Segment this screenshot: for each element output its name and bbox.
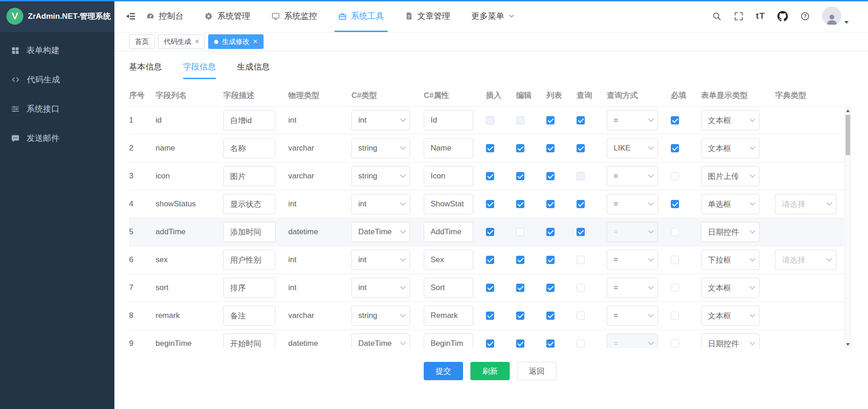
list-checkbox[interactable]	[546, 144, 555, 152]
query-checkbox[interactable]	[577, 116, 585, 124]
back-button[interactable]: 返回	[517, 362, 556, 380]
edit-checkbox[interactable]	[516, 256, 524, 264]
required-checkbox[interactable]	[671, 200, 679, 208]
insert-checkbox[interactable]	[486, 228, 494, 236]
csharp_type-select[interactable]: int	[351, 278, 410, 298]
nav-item-articles[interactable]: 文章管理	[405, 0, 450, 32]
insert-checkbox[interactable]	[486, 144, 494, 152]
font-size-icon[interactable]: tT	[756, 11, 765, 21]
csharp_prop-input[interactable]	[424, 166, 473, 186]
edit-checkbox[interactable]	[516, 284, 524, 292]
refresh-button[interactable]: 刷新	[470, 362, 510, 380]
list-checkbox[interactable]	[546, 256, 555, 264]
nav-item-system-monitor[interactable]: 系统监控	[271, 0, 317, 32]
edit-checkbox[interactable]	[516, 339, 524, 348]
description-input[interactable]	[223, 278, 275, 298]
insert-checkbox[interactable]	[486, 256, 494, 264]
required-checkbox[interactable]	[671, 228, 679, 236]
csharp_prop-input[interactable]	[424, 306, 473, 326]
query_method-select[interactable]: =	[607, 194, 658, 214]
edit-checkbox[interactable]	[516, 228, 524, 236]
description-input[interactable]	[223, 250, 275, 270]
required-checkbox[interactable]	[671, 339, 679, 348]
tab-field-info[interactable]: 字段信息	[183, 61, 216, 79]
display_type-select[interactable]: 日期控件	[701, 334, 760, 348]
display_type-select[interactable]: 日期控件	[701, 222, 760, 242]
description-input[interactable]	[223, 110, 275, 130]
insert-checkbox[interactable]	[486, 284, 494, 292]
query_method-select[interactable]: =	[607, 278, 658, 298]
nav-item-system-admin[interactable]: 系统管理	[205, 0, 250, 32]
csharp_type-select[interactable]: int	[351, 110, 410, 130]
dict_type-select[interactable]: 请选择	[775, 250, 836, 270]
description-input[interactable]	[223, 194, 275, 214]
nav-item-more-menu[interactable]: 更多菜单	[471, 0, 515, 32]
query-checkbox[interactable]	[577, 200, 585, 208]
edit-checkbox[interactable]	[516, 144, 524, 152]
description-input[interactable]	[223, 334, 275, 348]
csharp_prop-input[interactable]	[424, 278, 473, 298]
display_type-select[interactable]: 单选框	[701, 194, 760, 214]
close-icon[interactable]: ×	[195, 38, 199, 45]
csharp_type-select[interactable]: DateTime	[351, 222, 410, 242]
csharp_type-select[interactable]: string	[351, 166, 410, 186]
tag-code-gen[interactable]: 代码生成 ×	[158, 34, 205, 49]
sidebar-item-system-api[interactable]: 系统接口	[0, 94, 114, 124]
sidebar-collapse-button[interactable]	[125, 11, 136, 22]
query_method-select[interactable]: =	[607, 166, 658, 186]
search-icon[interactable]	[712, 11, 722, 21]
sidebar-item-code-gen[interactable]: 代码生成	[0, 65, 114, 94]
tag-gen-edit[interactable]: 生成修改 ×	[208, 34, 263, 49]
list-checkbox[interactable]	[546, 339, 555, 348]
required-checkbox[interactable]	[671, 312, 679, 320]
display_type-select[interactable]: 文本框	[701, 278, 760, 298]
dict_type-select[interactable]: 请选择	[775, 194, 836, 214]
insert-checkbox[interactable]	[486, 172, 494, 180]
csharp_prop-input[interactable]	[424, 194, 473, 214]
submit-button[interactable]: 提交	[424, 362, 463, 380]
edit-checkbox[interactable]	[516, 172, 524, 180]
list-checkbox[interactable]	[546, 200, 555, 208]
csharp_prop-input[interactable]	[424, 222, 473, 242]
display_type-select[interactable]: 图片上传	[701, 166, 760, 186]
list-checkbox[interactable]	[546, 116, 555, 124]
insert-checkbox[interactable]	[486, 312, 494, 320]
query-checkbox[interactable]	[577, 256, 585, 264]
required-checkbox[interactable]	[671, 144, 679, 152]
query-checkbox[interactable]	[577, 284, 585, 292]
csharp_type-select[interactable]: string	[351, 306, 410, 326]
description-input[interactable]	[223, 306, 275, 326]
description-input[interactable]	[223, 166, 275, 186]
sidebar-item-send-mail[interactable]: 发送邮件	[0, 124, 114, 153]
required-checkbox[interactable]	[671, 172, 679, 180]
tab-gen-info[interactable]: 生成信息	[237, 61, 270, 79]
display_type-select[interactable]: 下拉框	[701, 250, 760, 270]
query_method-select[interactable]: LIKE	[607, 138, 658, 158]
edit-checkbox[interactable]	[516, 200, 524, 208]
scrollbar-down-arrow[interactable]	[845, 341, 851, 348]
required-checkbox[interactable]	[671, 116, 679, 124]
help-icon[interactable]: ?	[800, 11, 810, 21]
fullscreen-icon[interactable]	[734, 11, 744, 21]
csharp_prop-input[interactable]	[424, 250, 473, 270]
description-input[interactable]	[223, 138, 275, 158]
github-icon[interactable]	[777, 11, 788, 22]
required-checkbox[interactable]	[671, 284, 679, 292]
description-input[interactable]	[223, 222, 275, 242]
query_method-select[interactable]: =	[607, 110, 658, 130]
tab-basic-info[interactable]: 基本信息	[129, 61, 162, 79]
scrollbar-thumb[interactable]	[846, 115, 850, 155]
table-scrollbar[interactable]	[845, 107, 851, 348]
csharp_prop-input[interactable]	[424, 334, 473, 348]
query_method-select[interactable]: =	[607, 306, 658, 326]
scrollbar-up-arrow[interactable]	[845, 107, 851, 114]
list-checkbox[interactable]	[546, 172, 555, 180]
csharp_type-select[interactable]: int	[351, 194, 410, 214]
display_type-select[interactable]: 文本框	[701, 306, 760, 326]
query-checkbox[interactable]	[577, 144, 585, 152]
query_method-select[interactable]: =	[607, 250, 658, 270]
csharp_type-select[interactable]: int	[351, 250, 410, 270]
csharp_prop-input[interactable]	[424, 138, 473, 158]
list-checkbox[interactable]	[546, 284, 555, 292]
csharp_prop-input[interactable]	[424, 110, 473, 130]
